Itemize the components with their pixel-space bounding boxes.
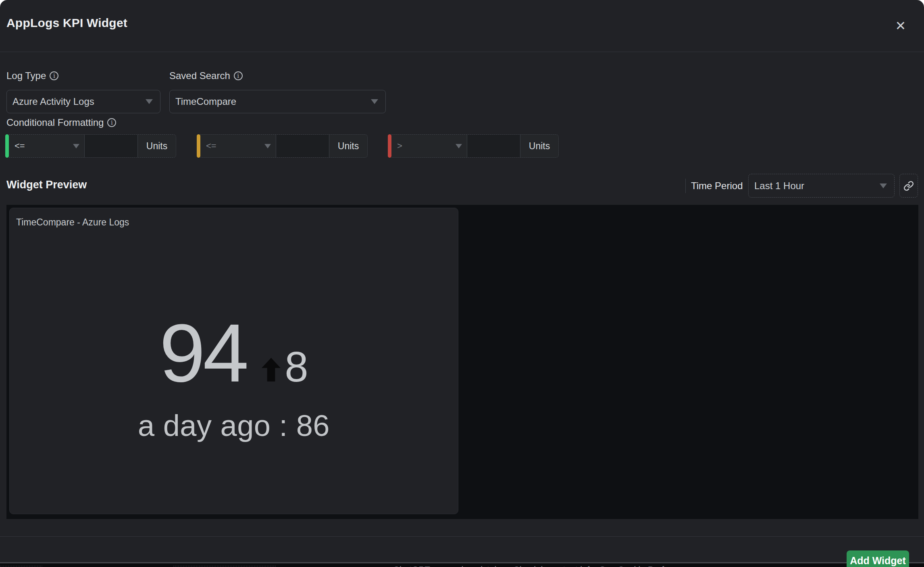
saved-search-value: TimeCompare [175, 96, 236, 107]
log-type-dropdown[interactable]: Azure Activity Logs [6, 90, 160, 113]
rule-threshold-input[interactable] [276, 135, 329, 157]
rule-operator-value: <= [206, 141, 216, 151]
chatgpt-disclaimer-text: ChatGPT can make mistakes. Check importa… [393, 565, 698, 567]
rule-color-bar [388, 134, 391, 158]
page-artifact [173, 565, 276, 567]
rule-color-bar [197, 134, 200, 158]
chevron-down-icon [146, 99, 153, 104]
applogs-kpi-widget-modal: AppLogs KPI Widget ✕ Log Type i Saved Se… [0, 0, 924, 562]
underlying-page-strip: ChatGPT can make mistakes. Check importa… [0, 562, 924, 567]
kpi-content: 94 8 a day ago : 86 [10, 228, 458, 514]
rule-threshold-input[interactable] [84, 135, 138, 157]
log-type-label: Log Type [6, 70, 46, 81]
conditional-formatting-label: Conditional Formatting [6, 117, 104, 128]
log-type-value: Azure Activity Logs [12, 96, 94, 107]
trend-up-arrow-icon [262, 358, 281, 381]
info-icon[interactable]: i [234, 71, 243, 80]
rule-operator-dropdown[interactable]: <= [9, 135, 84, 157]
chevron-down-icon [880, 183, 887, 188]
rule-operator-value: <= [15, 141, 25, 151]
conditional-rule-green: <= Units [5, 134, 176, 158]
time-period-dropdown[interactable]: Last 1 Hour [748, 174, 895, 198]
conditional-formatting-label-row: Conditional Formatting i [6, 117, 116, 128]
kpi-preview-card: TimeCompare - Azure Logs 94 8 a day ago … [9, 208, 458, 514]
rule-operator-dropdown[interactable]: <= [200, 135, 276, 157]
header-divider [0, 52, 924, 52]
copy-link-button[interactable] [899, 174, 918, 198]
kpi-value: 94 [159, 311, 246, 394]
link-icon [903, 181, 914, 191]
saved-search-label-row: Saved Search i [169, 70, 243, 81]
time-period-label: Time Period [691, 180, 743, 192]
saved-search-dropdown[interactable]: TimeCompare [169, 90, 386, 113]
chevron-down-icon [264, 144, 271, 148]
rule-operator-dropdown[interactable]: > [391, 135, 467, 157]
rule-units-label: Units [138, 135, 176, 157]
vertical-divider [685, 179, 686, 193]
log-type-label-row: Log Type i [6, 70, 58, 81]
footer-divider [0, 536, 924, 537]
kpi-comparison-text: a day ago : 86 [138, 409, 330, 443]
info-icon[interactable]: i [50, 71, 58, 80]
widget-preview-area: TimeCompare - Azure Logs 94 8 a day ago … [6, 205, 918, 519]
rule-threshold-input[interactable] [467, 135, 520, 157]
saved-search-label: Saved Search [169, 70, 230, 81]
chevron-down-icon [73, 144, 79, 148]
rule-color-bar [5, 134, 9, 158]
add-widget-button[interactable]: Add Widget [847, 550, 909, 567]
close-icon[interactable]: ✕ [892, 17, 909, 35]
page-artifact [0, 565, 42, 567]
time-period-value: Last 1 Hour [754, 180, 804, 192]
conditional-rule-red: > Units [388, 134, 559, 158]
chevron-down-icon [371, 99, 378, 104]
rule-units-label: Units [329, 135, 367, 157]
conditional-rule-amber: <= Units [197, 134, 368, 158]
rule-units-label: Units [520, 135, 558, 157]
modal-title: AppLogs KPI Widget [6, 16, 127, 30]
rule-operator-value: > [397, 141, 402, 151]
kpi-card-title: TimeCompare - Azure Logs [10, 208, 458, 228]
chevron-down-icon [456, 144, 462, 148]
info-icon[interactable]: i [107, 118, 116, 127]
widget-preview-heading: Widget Preview [6, 179, 87, 191]
kpi-delta-value: 8 [285, 346, 308, 388]
